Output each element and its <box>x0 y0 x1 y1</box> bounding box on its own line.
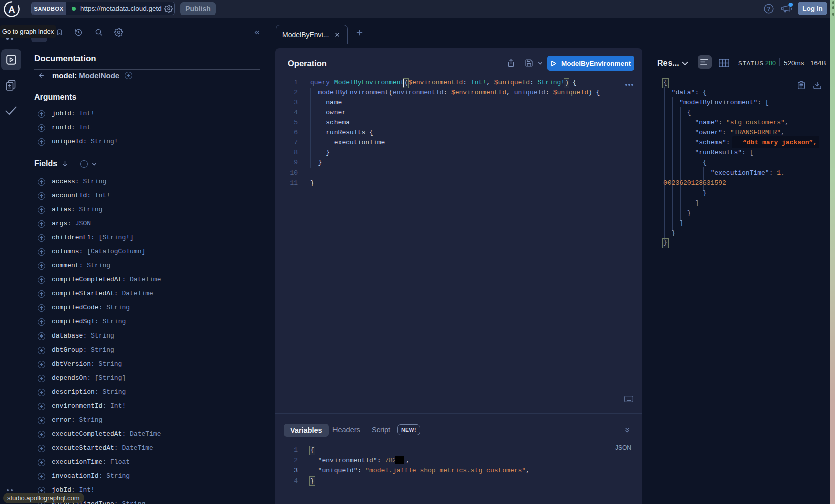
svg-text:?: ? <box>767 6 770 12</box>
svg-text:A: A <box>8 4 15 15</box>
